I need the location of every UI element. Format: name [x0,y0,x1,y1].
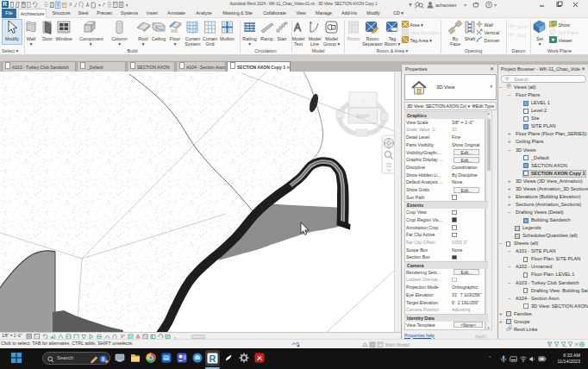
svg-text:A: A [294,22,302,34]
svg-text:R: R [210,353,216,363]
svg-text:⌂: ⌂ [361,97,365,103]
svg-text:Main Model: Main Model [385,341,410,347]
svg-text:RIGHT: RIGHT [356,114,370,119]
svg-text:A: A [86,2,89,8]
svg-text:?: ? [487,3,490,8]
svg-text:achaoster: achaoster [435,3,457,8]
